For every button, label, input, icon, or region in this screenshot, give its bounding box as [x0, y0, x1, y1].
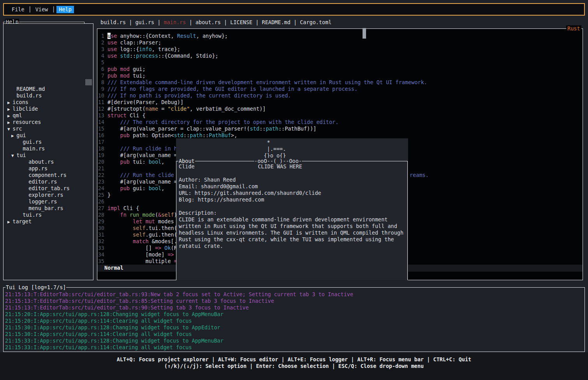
tree-item-app-rs[interactable]: app.rs — [23, 165, 48, 172]
line-number: 28 — [98, 212, 104, 218]
tree-item-label: app.rs — [28, 165, 48, 171]
code-line: 7pub mod tui; — [98, 72, 581, 79]
code-line: 9/// If no flags are provided, the GUI e… — [98, 86, 581, 92]
editor-tab-cargo-toml[interactable]: Cargo.toml — [300, 19, 331, 25]
line-number: 18 — [98, 145, 104, 152]
code-token: /// Extendable command-line driven devel… — [107, 79, 427, 85]
menu-item-help[interactable]: Help — [56, 6, 74, 13]
tree-item-qml[interactable]: ▶ qml — [7, 112, 22, 119]
tree-item-tui-rs[interactable]: tui.rs — [18, 212, 42, 219]
code-token: #[arg(value_name = — [107, 152, 177, 158]
tree-item-label: tui.rs — [23, 212, 42, 218]
editor-tab-about-rs[interactable]: about.rs — [195, 19, 221, 25]
line-number: 8 — [98, 79, 104, 86]
code-token: } — [107, 192, 111, 198]
menu-item-file[interactable]: File — [9, 6, 27, 13]
editor-tab-build-rs[interactable]: build.rs — [100, 19, 126, 25]
line-number: 31 — [98, 232, 104, 238]
code-token — [107, 212, 120, 218]
tui-log-title: Tui Log [log=1.7/s] — [5, 284, 66, 291]
code-text: /// Extendable command-line driven devel… — [107, 79, 427, 86]
line-number: 17 — [98, 139, 104, 145]
code-token: "clide" — [167, 106, 190, 112]
code-token: ( — [155, 212, 158, 218]
code-token: self — [133, 225, 146, 231]
tab-separator: | — [154, 19, 164, 25]
code-line: 14 /// The root directory for the projec… — [98, 119, 581, 125]
tree-item-tui[interactable]: ▼ tui — [11, 152, 26, 159]
code-token: bool — [149, 185, 162, 191]
code-text: pub mod tui; — [107, 72, 146, 79]
tree-item-target[interactable]: ▶ target — [7, 218, 32, 225]
editor-tab-gui-rs[interactable]: gui.rs — [135, 19, 154, 25]
tree-item-gui-rs[interactable]: gui.rs — [18, 139, 42, 146]
tree-indent-spacer — [23, 166, 28, 171]
code-line: 1use anyhow::{Context, Result, anyhow}; — [98, 33, 581, 39]
tree-item-icons[interactable]: ▶ icons — [7, 99, 28, 106]
code-token: process — [136, 53, 158, 59]
code-token: path — [266, 125, 278, 132]
code-token: use — [107, 46, 120, 52]
code-token: ::PathBuf))] — [278, 125, 317, 132]
code-text: struct Cli { — [107, 112, 146, 119]
tree-item-about-rs[interactable]: about.rs — [23, 159, 54, 166]
tree-item-readme-md[interactable]: README.md — [11, 86, 45, 93]
tree-item-component-rs[interactable]: component.rs — [23, 172, 67, 179]
code-token: , verbatim_doc_comment)] — [190, 106, 266, 112]
tree-item-explorer-rs[interactable]: explorer.rs — [23, 192, 63, 199]
line-number: 9 — [98, 86, 104, 92]
tree-item-editor-rs[interactable]: editor.rs — [23, 179, 57, 186]
editor-scrollbar-thumb[interactable] — [363, 28, 366, 39]
code-token: , — [161, 159, 164, 165]
menu-item-view[interactable]: View — [33, 6, 51, 13]
shortcut-line-2: (↑/k)/(↓/j): Select option | Enter: Choo… — [0, 363, 588, 369]
line-number: 24 — [98, 185, 104, 192]
code-line: 11#[derive(Parser, Debug)] — [98, 99, 581, 106]
tree-item-main-rs[interactable]: main.rs — [18, 145, 45, 152]
tree-item-logger-rs[interactable]: logger.rs — [23, 198, 57, 205]
chevron-right-icon: ▶ — [7, 107, 12, 112]
code-token: tui: — [133, 159, 149, 165]
line-number: 22 — [98, 172, 104, 179]
tree-indent-spacer — [23, 160, 28, 165]
editor-tab-main-rs[interactable]: main.rs — [164, 19, 186, 25]
code-token: match — [133, 238, 152, 244]
code-token: pub — [107, 185, 133, 191]
chevron-right-icon: ▶ — [7, 120, 12, 125]
code-token: :: — [202, 132, 209, 138]
line-number: 25 — [98, 192, 104, 198]
code-token: ::{Command, Stdio}; — [158, 53, 218, 59]
code-text: [] => Ok(R — [107, 245, 177, 251]
tree-indent-spacer — [23, 173, 28, 178]
tree-item-build-rs[interactable]: build.rs — [11, 92, 42, 99]
explorer-scrollbar-thumb[interactable] — [85, 79, 92, 85]
code-token: std — [250, 125, 259, 132]
code-token: pub — [107, 132, 133, 138]
tree-item-gui[interactable]: ▶ gui — [11, 132, 26, 139]
line-number: 19 — [98, 152, 104, 159]
chevron-right-icon: ▶ — [11, 133, 16, 138]
line-number: 15 — [98, 125, 104, 132]
code-token: /// If no path is provided, the current … — [107, 92, 291, 99]
line-number: 13 — [98, 112, 104, 119]
code-token: gui: — [133, 185, 149, 191]
tree-item-src[interactable]: ▼ src — [7, 125, 22, 133]
editor-tab-license[interactable]: LICENSE — [230, 19, 252, 25]
code-token: >, — [231, 132, 237, 138]
editor-tab-readme-md[interactable]: README.md — [262, 19, 290, 25]
code-token: #[arg(value_parser = clap::value_parser!… — [107, 125, 250, 132]
line-number: 35 — [98, 258, 104, 265]
tree-item-menu_bar-rs[interactable]: menu_bar.rs — [23, 205, 63, 212]
line-number: 29 — [98, 218, 104, 225]
code-token — [107, 225, 133, 231]
tree-item-editor_tab-rs[interactable]: editor_tab.rs — [23, 185, 70, 192]
code-line: 5 — [98, 59, 581, 66]
code-text: multiple = — [107, 258, 177, 265]
tree-item-resources[interactable]: ▶ resources — [7, 119, 41, 126]
code-text: impl Cli { — [107, 205, 139, 212]
tree-item-libclide[interactable]: ▶ libclide — [7, 106, 38, 113]
code-token: anyhow::{Context, — [120, 33, 177, 39]
code-text: [mode] => — [107, 251, 174, 258]
code-token: [] — [107, 245, 155, 251]
chevron-right-icon: ▶ — [7, 113, 12, 118]
